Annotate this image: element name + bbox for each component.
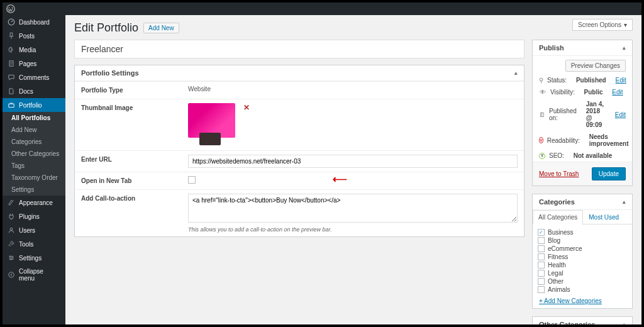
category-item[interactable]: Fitness (538, 253, 627, 261)
wordpress-logo-icon[interactable] (6, 4, 15, 13)
category-label: Legal (548, 270, 563, 277)
submenu-settings[interactable]: Settings (3, 184, 65, 196)
url-input[interactable] (188, 155, 518, 168)
other-categories-title: Other Categories (539, 321, 595, 324)
sidebar-item-comments[interactable]: Comments (3, 70, 65, 84)
category-label: Blog (548, 237, 560, 244)
svg-point-3 (10, 228, 13, 230)
comment-icon (8, 74, 15, 81)
sidebar-label: Posts (19, 33, 35, 40)
checkbox-icon[interactable] (538, 286, 545, 293)
category-item[interactable]: Legal (538, 269, 627, 277)
category-label: Animals (548, 286, 570, 293)
sidebar-collapse[interactable]: Collapse menu (3, 265, 65, 285)
portfolio-settings-title: Portfolio Settings (81, 69, 139, 77)
checkbox-icon[interactable] (538, 245, 545, 252)
submenu-add-new[interactable]: Add New (3, 124, 65, 136)
category-item[interactable]: ✓Business (538, 228, 627, 236)
sidebar-submenu-portfolio: All Portfolios Add New Categories Other … (3, 112, 65, 196)
metabox-toggle-icon[interactable]: ▴ (623, 199, 626, 205)
key-icon: ⚲ (539, 77, 543, 84)
category-label: eCommerce (548, 245, 582, 252)
sidebar-label: Settings (19, 255, 42, 262)
newtab-label: Open in New Tab (75, 172, 182, 189)
sidebar-item-portfolio[interactable]: Portfolio (3, 98, 65, 112)
newtab-checkbox[interactable] (188, 176, 196, 184)
submenu-all-portfolios[interactable]: All Portfolios (3, 112, 65, 124)
add-new-categories-link[interactable]: + Add New Categories (533, 294, 632, 308)
sidebar-label: Appearance (19, 199, 53, 206)
users-icon (8, 226, 15, 234)
screen-options-label: Screen Options (578, 21, 621, 28)
sidebar-label: Plugins (19, 213, 40, 220)
edit-status-link[interactable]: Edit (616, 77, 626, 84)
readability-value: Needs improvement (589, 133, 629, 147)
add-new-button[interactable]: Add New (143, 23, 179, 33)
chevron-down-icon: ▾ (624, 21, 627, 28)
yoast-seo-icon: Y (539, 153, 545, 159)
metabox-toggle-icon[interactable]: ▴ (514, 70, 518, 76)
sidebar-item-media[interactable]: Media (3, 43, 65, 57)
category-item[interactable]: eCommerce (538, 245, 627, 253)
page-icon (8, 60, 15, 67)
checkbox-icon[interactable] (538, 262, 545, 269)
category-item[interactable]: Health (538, 261, 627, 269)
checkbox-icon[interactable] (538, 237, 545, 244)
sidebar-label: Docs (19, 88, 33, 95)
sidebar-item-posts[interactable]: Posts (3, 29, 65, 43)
date-label: Published on: (549, 108, 577, 121)
sidebar-item-appearance[interactable]: Appearance (3, 196, 65, 209)
category-label: Other (548, 278, 564, 285)
update-button[interactable]: Update (592, 167, 626, 180)
portfolio-settings-box: Portfolio Settings ▴ Portfolio Type Webs… (74, 65, 525, 237)
sidebar-item-dashboard[interactable]: Dashboard (3, 15, 65, 29)
submenu-other-categories[interactable]: Other Categories (3, 148, 65, 160)
sidebar-item-tools[interactable]: Tools (3, 237, 65, 251)
status-value: Published (576, 77, 606, 84)
sidebar-label: Media (19, 47, 36, 53)
thumbnail-remove-icon[interactable]: ✕ (243, 103, 250, 112)
checkbox-icon[interactable] (538, 270, 545, 277)
categories-title: Categories (539, 198, 575, 206)
tools-icon (8, 240, 15, 248)
category-item[interactable]: Blog (538, 236, 627, 245)
category-item[interactable]: Other (538, 277, 627, 285)
preview-changes-button[interactable]: Preview Changes (565, 60, 626, 72)
tab-all-categories[interactable]: All Categories (533, 210, 583, 224)
edit-visibility-link[interactable]: Edit (612, 89, 623, 96)
submenu-tags[interactable]: Tags (3, 160, 65, 172)
cta-textarea[interactable] (188, 194, 518, 223)
checkbox-icon[interactable]: ✓ (538, 229, 545, 236)
sidebar-item-pages[interactable]: Pages (3, 57, 65, 70)
portfolio-type-value[interactable]: Website (182, 82, 524, 99)
sidebar-item-users[interactable]: Users (3, 223, 65, 237)
thumbnail-label: Thumbnail Image (75, 99, 182, 150)
sidebar-label: Collapse menu (19, 268, 60, 282)
sidebar-item-settings[interactable]: Settings (3, 251, 65, 265)
checkbox-icon[interactable] (538, 278, 545, 285)
sidebar-label: Users (19, 227, 35, 234)
post-title-input[interactable]: Freelancer (74, 40, 525, 58)
other-categories-box: Other Categories▴ All Other Categories M… (532, 316, 633, 324)
thumbnail-preview[interactable] (188, 103, 235, 138)
move-to-trash-link[interactable]: Move to Trash (539, 170, 579, 177)
tab-most-used[interactable]: Most Used (583, 210, 625, 224)
admin-sidebar: Dashboard Posts Media Pages Comments Doc… (3, 15, 65, 324)
yoast-readability-icon: Y (539, 137, 543, 143)
checkbox-icon[interactable] (538, 253, 545, 260)
sidebar-item-plugins[interactable]: Plugins (3, 209, 65, 223)
category-label: Health (548, 262, 566, 269)
edit-date-link[interactable]: Edit (615, 111, 626, 118)
visibility-label: Visibility: (550, 89, 575, 96)
category-item[interactable]: Animals (538, 285, 627, 294)
visibility-icon: 👁 (539, 89, 547, 96)
categories-list[interactable]: ✓Business Blog eCommerce Fitness Health … (533, 224, 632, 294)
metabox-toggle-icon[interactable]: ▴ (623, 45, 626, 51)
metabox-toggle-icon[interactable]: ▴ (623, 321, 626, 324)
category-label: Business (548, 229, 574, 236)
sidebar-item-docs[interactable]: Docs (3, 84, 65, 98)
screen-options-toggle[interactable]: Screen Options ▾ (572, 19, 633, 31)
collapse-icon (8, 271, 15, 279)
submenu-categories[interactable]: Categories (3, 136, 65, 148)
submenu-taxonomy-order[interactable]: Taxonomy Order (3, 172, 65, 184)
